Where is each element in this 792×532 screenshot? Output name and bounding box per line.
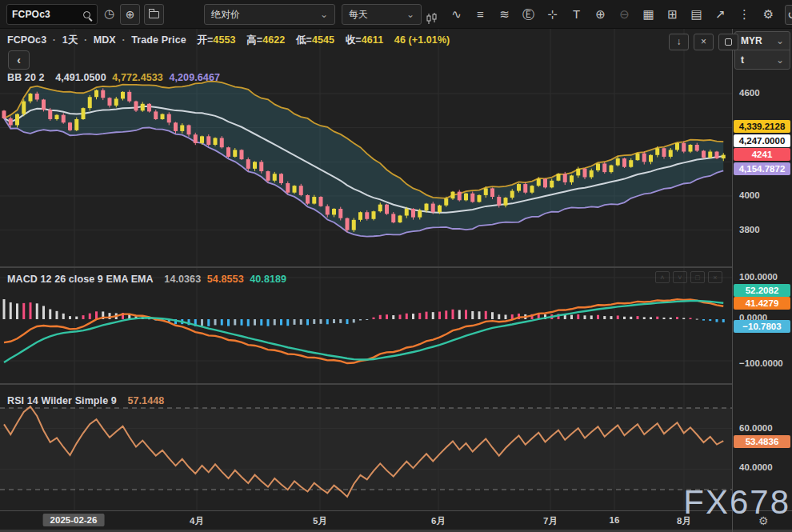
price-mode-value: 绝对价 xyxy=(211,8,240,22)
pane-divider[interactable] xyxy=(0,383,792,385)
zoom-out-icon[interactable]: ⊖ xyxy=(617,0,632,29)
maximize-pane-icon[interactable] xyxy=(718,34,738,50)
chart-settings-icon[interactable]: ⚙ xyxy=(761,0,776,29)
toolbar-icon-row: ∿≡≋Ⓔ⊹T⊕⊖▦⊞▤↗⋮⚙↺TV xyxy=(425,0,792,29)
maximize-glyph xyxy=(725,38,732,46)
unit-value: t xyxy=(741,54,744,66)
time-axis-label: 4月 xyxy=(190,515,204,527)
chart-window: FCPOc3 ◷ ⊕ 绝对价 ⌄ 每天 ⌄ ∿≡≋Ⓔ⊹T⊕⊖▦⊞▤↗⋮⚙↺TV … xyxy=(0,0,792,532)
chevron-down-icon: ⌄ xyxy=(776,37,784,45)
pane-maximize-icon[interactable]: □ xyxy=(690,271,705,283)
top-toolbar: FCPOc3 ◷ ⊕ 绝对价 ⌄ 每天 ⌄ ∿≡≋Ⓔ⊹T⊕⊖▦⊞▤↗⋮⚙↺TV xyxy=(0,0,792,29)
bb-legend: BB 20 2 4,491.0500 4,772.4533 4,209.6467 xyxy=(7,72,223,83)
macd-line-value: 54.8553 xyxy=(207,274,244,285)
change-value: 46 (+1.01%) xyxy=(394,34,450,46)
pane-up-icon[interactable]: ˄ xyxy=(655,271,670,283)
legend-symbol[interactable]: FCPOc3 xyxy=(7,34,46,46)
bb-upper-value: 4,772.4533 xyxy=(112,72,163,83)
macd-hist-value-label: −10.7803 xyxy=(734,320,790,333)
pane-down-icon[interactable]: ˅ xyxy=(673,271,687,283)
move-pane-down-icon[interactable]: ↓ xyxy=(669,34,689,50)
open-value: 4553 xyxy=(213,34,235,46)
interval-value: 每天 xyxy=(349,8,368,22)
folder-glyph xyxy=(149,11,159,18)
currency-dropdown[interactable]: MYR ⌄ xyxy=(735,32,790,50)
publish-chart-icon[interactable]: ↗ xyxy=(713,0,728,29)
layout-templates-icon[interactable]: ▤ xyxy=(689,0,704,29)
bb-basis-value: 4,491.0500 xyxy=(55,72,106,83)
macd-legend: MACD 12 26 close 9 EMA EMA 14.0363 54.85… xyxy=(7,274,290,285)
folder-icon[interactable] xyxy=(144,4,164,25)
watermark: FX678 xyxy=(683,483,790,522)
macd-signal-value: 40.8189 xyxy=(250,274,286,285)
price-tick: 4600 xyxy=(739,88,760,98)
candlestick-style-icon[interactable] xyxy=(425,4,440,26)
pane-divider[interactable] xyxy=(0,266,792,268)
rsi-tick: 40.0000 xyxy=(739,462,773,472)
close-label: 收= xyxy=(346,34,362,46)
close-value: 4611 xyxy=(362,34,384,46)
legend-separator: · xyxy=(122,34,125,46)
time-axis-label: 6月 xyxy=(431,515,446,527)
bb-lower-price-label: 4,154.7872 xyxy=(734,162,790,175)
bb-lower-value: 4,209.6467 xyxy=(169,72,220,83)
chevron-down-icon: ⌄ xyxy=(320,10,328,18)
collapse-pane-icon[interactable]: × xyxy=(694,34,714,50)
add-alert-icon[interactable]: ⊕ xyxy=(120,4,140,25)
search-icon xyxy=(83,11,90,18)
text-note-icon[interactable]: T xyxy=(569,0,584,29)
rsi-tick: 60.0000 xyxy=(739,423,773,433)
legend-exchange[interactable]: MDX xyxy=(94,34,116,46)
rsi-legend: RSI 14 Wilder Simple 9 57.1448 xyxy=(7,395,167,406)
macd-signal-value-label: 52.2082 xyxy=(734,284,790,297)
legend-price-type[interactable]: Trade Price xyxy=(131,34,186,46)
symbol-search[interactable]: FCPOc3 xyxy=(6,4,98,25)
pane-close-icon[interactable]: × xyxy=(708,271,722,283)
rsi-value-label: 53.4836 xyxy=(734,435,790,448)
price-pane[interactable] xyxy=(0,29,732,267)
rsi-title[interactable]: RSI 14 Wilder Simple 9 xyxy=(7,395,117,406)
clock-icon[interactable]: ◷ xyxy=(104,3,114,24)
indicator-templates-icon[interactable]: ≡ xyxy=(473,0,488,29)
snapshot-icon[interactable]: ⊞ xyxy=(665,0,680,29)
economic-calendar-icon[interactable]: Ⓔ xyxy=(521,0,536,29)
compare-icon[interactable]: ≋ xyxy=(497,0,512,29)
time-axis-date-label: 2025-02-26 xyxy=(43,514,105,526)
indicators-icon[interactable]: ∿ xyxy=(449,0,464,29)
more-options-icon[interactable]: ⋮ xyxy=(737,0,752,29)
bb-title[interactable]: BB 20 2 xyxy=(7,72,45,83)
macd-line-value-label: 41.4279 xyxy=(734,297,790,310)
symbol-search-value[interactable]: FCPOc3 xyxy=(12,9,83,20)
high-value: 4622 xyxy=(262,34,285,46)
open-label: 开= xyxy=(197,34,213,46)
data-table-icon[interactable]: ▦ xyxy=(641,0,656,29)
price-axis[interactable]: MYR ⌄ t ⌄ 460040003800100.00000.0000−100… xyxy=(733,29,792,510)
price-mode-dropdown[interactable]: 绝对价 ⌄ xyxy=(204,4,335,25)
rsi-value: 57.1448 xyxy=(127,395,164,406)
time-axis-label: 16 xyxy=(610,515,620,525)
interval-dropdown[interactable]: 每天 ⌄ xyxy=(342,4,422,25)
macd-hist-value: 14.0363 xyxy=(164,274,201,285)
high-label: 高= xyxy=(246,34,262,46)
low-label: 低= xyxy=(296,34,312,46)
bb-upper-price-label: 4,339.2128 xyxy=(734,120,790,133)
back-icon[interactable]: ‹ xyxy=(8,50,30,70)
low-value: 4545 xyxy=(312,34,334,46)
axis-border xyxy=(732,29,733,532)
axis-unit-panel: MYR ⌄ t ⌄ xyxy=(734,31,790,70)
macd-title[interactable]: MACD 12 26 close 9 EMA EMA xyxy=(7,274,154,285)
pane-controls: ˄˅□× xyxy=(655,271,722,283)
macd-tick: −100.0000 xyxy=(739,358,783,368)
unit-dropdown[interactable]: t ⌄ xyxy=(735,50,790,69)
legend-interval[interactable]: 1天 xyxy=(62,34,78,46)
chevron-down-icon: ⌄ xyxy=(406,10,414,18)
time-axis-label: 5月 xyxy=(313,515,327,527)
currency-value: MYR xyxy=(741,35,762,46)
time-axis[interactable]: ⚙ 2025-02-264月5月6月7月168月 xyxy=(0,510,792,532)
measure-icon[interactable]: ⊹ xyxy=(545,0,560,29)
macd-tick: 100.0000 xyxy=(739,272,778,282)
zoom-in-icon[interactable]: ⊕ xyxy=(593,0,608,29)
undo-icon[interactable]: ↺ xyxy=(785,5,792,25)
last-price-label: 4241 xyxy=(734,148,790,161)
legend-separator: · xyxy=(53,34,56,46)
